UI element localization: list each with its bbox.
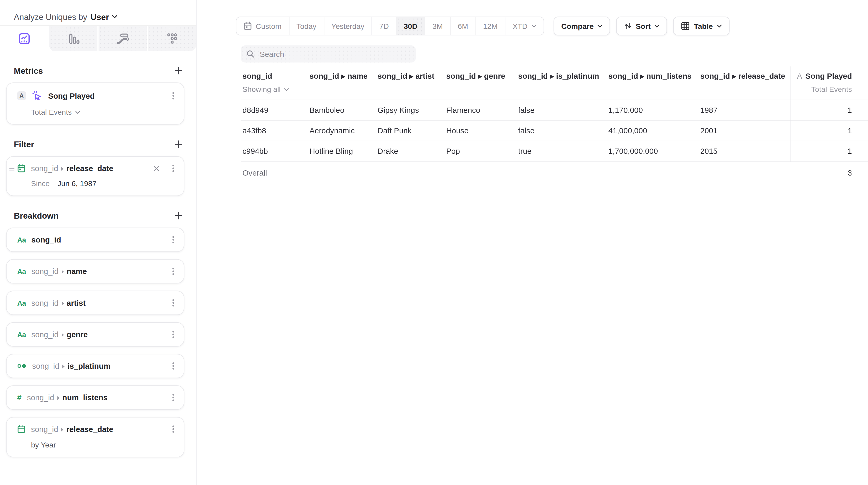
breakdown-card-song-id[interactable]: Aa song_id	[6, 228, 184, 252]
breakdown-kebab-menu[interactable]	[169, 298, 177, 307]
table-row[interactable]: d8d949 Bamboleo Gipsy Kings Flamenco fal…	[241, 100, 868, 121]
showing-all-toggle[interactable]: Showing all	[243, 85, 308, 94]
tab-flow[interactable]	[97, 26, 147, 51]
date-range-6m[interactable]: 6M	[450, 17, 475, 35]
breakdown-property: song_id is_platinum	[32, 362, 111, 370]
table-header-row: song_id Showing all song_id ▸ name song_…	[241, 66, 868, 100]
cell-artist: Daft Punk	[376, 126, 444, 135]
date-range-12m[interactable]: 12M	[475, 17, 504, 35]
text-property-icon: Aa	[17, 236, 26, 244]
cell-artist: Gipsy Kings	[376, 106, 444, 115]
breakdown-kebab-menu[interactable]	[169, 393, 177, 402]
breakdown-card-name[interactable]: Aa song_id name	[6, 259, 184, 283]
breakdown-kebab-menu[interactable]	[169, 267, 177, 276]
search-placeholder: Search	[259, 50, 284, 59]
filter-title: Filter	[14, 139, 34, 149]
breakdown-card-release-date[interactable]: song_id release_date by Year	[6, 417, 184, 457]
tab-insights[interactable]	[0, 26, 48, 51]
cell-name: Hotline Bling	[308, 147, 376, 156]
filter-kebab-menu[interactable]	[169, 164, 177, 173]
column-header-artist[interactable]: song_id ▸ artist	[376, 71, 444, 80]
text-property-icon: Aa	[17, 299, 26, 307]
entity-picker[interactable]: User	[91, 12, 117, 21]
dots-funnel-icon	[165, 32, 179, 45]
date-range-custom[interactable]: Custom	[237, 17, 289, 35]
number-property-icon: #	[17, 393, 21, 402]
metric-kebab-menu[interactable]	[169, 91, 177, 100]
column-header-num-listens[interactable]: song_id ▸ num_listens	[607, 71, 699, 80]
date-range-3m[interactable]: 3M	[425, 17, 450, 35]
event-cursor-icon	[31, 90, 42, 101]
tab-funnel-dots[interactable]	[147, 26, 196, 51]
metrics-section: Metrics A Song Played	[0, 65, 196, 125]
column-header-release-date[interactable]: song_id ▸ release_date	[699, 71, 790, 80]
drag-handle-icon[interactable]	[9, 168, 14, 171]
remove-filter-button[interactable]	[153, 165, 159, 171]
cell-song-id: c994bb	[241, 147, 308, 156]
filter-value[interactable]: Jun 6, 1987	[58, 180, 97, 188]
column-header-is-platinum[interactable]: song_id ▸ is_platinum	[517, 71, 607, 80]
column-header-metric[interactable]: A Song Played Total Events	[790, 71, 868, 93]
search-icon	[246, 50, 255, 58]
filter-operator[interactable]: Since	[31, 180, 50, 188]
sort-button[interactable]: Sort	[616, 17, 667, 35]
breakdown-kebab-menu[interactable]	[169, 425, 177, 433]
analyze-label: Analyze Uniques by	[14, 12, 87, 21]
breakdown-property: song_id	[31, 235, 61, 244]
date-range-7d[interactable]: 7D	[372, 17, 396, 35]
breakdown-card-genre[interactable]: Aa song_id genre	[6, 322, 184, 347]
breakdown-card-num-listens[interactable]: # song_id num_listens	[6, 385, 184, 410]
calendar-icon	[244, 22, 252, 30]
filter-card[interactable]: song_id release_date Since Jun 6, 1987	[6, 156, 184, 196]
cell-release-date: 2015	[699, 147, 790, 156]
tab-bar-chart[interactable]	[48, 26, 98, 51]
breakdown-property: song_id artist	[31, 298, 86, 307]
aggregation-picker[interactable]: Total Events	[31, 108, 80, 116]
column-header-name[interactable]: song_id ▸ name	[308, 71, 376, 80]
cell-num-listens: 1,700,000,000	[607, 147, 699, 156]
breakdown-bucketing[interactable]: by Year	[31, 441, 56, 449]
cell-name: Bamboleo	[308, 106, 376, 115]
search-input[interactable]: Search	[241, 46, 416, 62]
cell-song-id: a43fb8	[241, 126, 308, 135]
add-metric-button[interactable]	[173, 65, 184, 76]
date-range-today[interactable]: Today	[289, 17, 323, 35]
table-row[interactable]: c994bb Hotline Bling Drake Pop true 1,70…	[241, 141, 868, 162]
caret-right-icon	[61, 333, 64, 337]
breakdown-kebab-menu[interactable]	[169, 362, 177, 370]
caret-right-icon	[62, 364, 65, 369]
flow-icon	[116, 32, 130, 45]
breakdown-property: song_id release_date	[31, 425, 113, 433]
calendar-icon	[17, 425, 26, 433]
cell-release-date: 1987	[699, 106, 790, 115]
table-row[interactable]: a43fb8 Aerodynamic Daft Punk House false…	[241, 121, 868, 141]
view-table-button[interactable]: Table	[673, 17, 730, 35]
cell-metric-value: 1	[790, 147, 868, 156]
table-grid-icon	[681, 22, 690, 30]
filter-section: Filter song_id release_date	[0, 139, 196, 196]
date-range-xtd[interactable]: XTD	[505, 17, 544, 35]
breakdown-kebab-menu[interactable]	[169, 235, 177, 244]
app: Analyze Uniques by User	[0, 0, 868, 485]
chevron-down-icon	[112, 15, 117, 19]
metric-card[interactable]: A Song Played Total Events	[6, 83, 184, 124]
cell-is-platinum: false	[517, 126, 607, 135]
caret-right-icon	[57, 396, 60, 400]
sort-arrows-icon	[624, 22, 632, 30]
chevron-down-icon	[284, 88, 289, 91]
breakdown-card-is-platinum[interactable]: song_id is_platinum	[6, 354, 184, 378]
cell-num-listens: 1,170,000	[607, 106, 699, 115]
report-toolbar: Custom Today Yesterday 7D 30D 3M 6M 12M …	[197, 0, 868, 35]
column-header-genre[interactable]: song_id ▸ genre	[444, 71, 517, 80]
date-range-yesterday[interactable]: Yesterday	[323, 17, 372, 35]
cell-genre: Pop	[444, 147, 517, 156]
add-breakdown-button[interactable]	[173, 210, 184, 221]
cell-name: Aerodynamic	[308, 126, 376, 135]
compare-button[interactable]: Compare	[554, 17, 610, 35]
column-header-song-id[interactable]: song_id Showing all	[241, 71, 308, 93]
cell-metric-value: 1	[790, 126, 868, 135]
breakdown-card-artist[interactable]: Aa song_id artist	[6, 291, 184, 315]
date-range-30d[interactable]: 30D	[396, 17, 425, 35]
add-filter-button[interactable]	[173, 138, 184, 149]
breakdown-kebab-menu[interactable]	[169, 330, 177, 339]
